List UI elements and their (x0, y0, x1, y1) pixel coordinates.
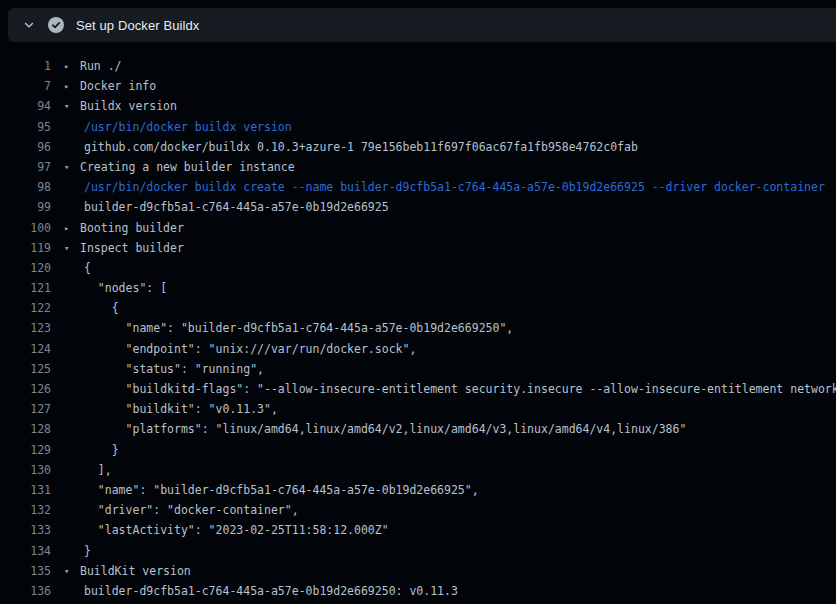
group-title[interactable]: Booting builder (80, 218, 836, 238)
output-text: builder-d9cfb5a1-c764-445a-a57e-0b19d2e6… (80, 581, 836, 601)
log-container: 1▸Run ./7▸Docker info94▾Buildx version95… (0, 56, 836, 601)
log-line: 127 "buildkit": "v0.11.3", (0, 399, 836, 419)
line-number[interactable]: 135 (0, 561, 51, 581)
output-text: "nodes": [ (80, 278, 836, 298)
line-number[interactable]: 123 (0, 318, 51, 338)
log-line: 96github.com/docker/buildx 0.10.3+azure-… (0, 137, 836, 157)
line-number[interactable]: 126 (0, 379, 51, 399)
log-line: 128 "platforms": "linux/amd64,linux/amd6… (0, 419, 836, 439)
log-line: 122 { (0, 298, 836, 318)
arrow-spacer (64, 298, 80, 318)
group-expanded-triangle-icon[interactable]: ▾ (64, 96, 80, 116)
arrow-spacer (64, 339, 80, 359)
group-title[interactable]: Run ./ (80, 56, 836, 76)
line-number[interactable]: 136 (0, 581, 51, 601)
group-collapsed-triangle-icon[interactable]: ▸ (64, 76, 80, 96)
arrow-spacer (64, 258, 80, 278)
group-expanded-triangle-icon[interactable]: ▾ (64, 561, 80, 581)
line-number[interactable]: 121 (0, 278, 51, 298)
arrow-spacer (64, 359, 80, 379)
arrow-spacer (64, 117, 80, 137)
output-text: "status": "running", (80, 359, 836, 379)
chevron-down-icon[interactable] (23, 19, 35, 31)
line-number[interactable]: 132 (0, 500, 51, 520)
group-collapsed-triangle-icon[interactable]: ▸ (64, 218, 80, 238)
output-text: } (80, 440, 836, 460)
line-number[interactable]: 119 (0, 238, 51, 258)
step-header[interactable]: Set up Docker Buildx (8, 8, 836, 42)
line-number[interactable]: 133 (0, 520, 51, 540)
line-number[interactable]: 98 (0, 177, 51, 197)
arrow-spacer (64, 440, 80, 460)
arrow-spacer (64, 278, 80, 298)
output-text: "buildkitd-flags": "--allow-insecure-ent… (80, 379, 836, 399)
arrow-spacer (64, 520, 80, 540)
arrow-spacer (64, 177, 80, 197)
arrow-spacer (64, 137, 80, 157)
group-expanded-triangle-icon[interactable]: ▾ (64, 157, 80, 177)
line-number[interactable]: 129 (0, 440, 51, 460)
output-text: "name": "builder-d9cfb5a1-c764-445a-a57e… (80, 318, 836, 338)
line-number[interactable]: 94 (0, 96, 51, 116)
output-text: } (80, 541, 836, 561)
line-number[interactable]: 1 (0, 56, 51, 76)
line-number[interactable]: 127 (0, 399, 51, 419)
line-number[interactable]: 97 (0, 157, 51, 177)
arrow-spacer (64, 460, 80, 480)
arrow-spacer (64, 379, 80, 399)
arrow-spacer (64, 419, 80, 439)
line-number[interactable]: 95 (0, 117, 51, 137)
command-text: /usr/bin/docker buildx create --name bui… (80, 177, 836, 197)
line-number[interactable]: 100 (0, 218, 51, 238)
log-line: 120{ (0, 258, 836, 278)
group-title[interactable]: Creating a new builder instance (80, 157, 836, 177)
log-line: 125 "status": "running", (0, 359, 836, 379)
log-line: 7▸Docker info (0, 76, 836, 96)
log-line: 94▾Buildx version (0, 96, 836, 116)
output-text: "driver": "docker-container", (80, 500, 836, 520)
group-collapsed-triangle-icon[interactable]: ▸ (64, 56, 80, 76)
log-line: 98/usr/bin/docker buildx create --name b… (0, 177, 836, 197)
line-number[interactable]: 99 (0, 197, 51, 217)
arrow-spacer (64, 541, 80, 561)
group-title[interactable]: Docker info (80, 76, 836, 96)
arrow-spacer (64, 480, 80, 500)
line-number[interactable]: 124 (0, 339, 51, 359)
log-line: 100▸Booting builder (0, 218, 836, 238)
line-number[interactable]: 120 (0, 258, 51, 278)
log-line: 134} (0, 541, 836, 561)
output-text: builder-d9cfb5a1-c764-445a-a57e-0b19d2e6… (80, 197, 836, 217)
output-text: { (80, 298, 836, 318)
line-number[interactable]: 96 (0, 137, 51, 157)
log-line: 129 } (0, 440, 836, 460)
log-line: 1▸Run ./ (0, 56, 836, 76)
output-text: ], (80, 460, 836, 480)
status-check-icon (48, 17, 64, 33)
log-line: 126 "buildkitd-flags": "--allow-insecure… (0, 379, 836, 399)
arrow-spacer (64, 500, 80, 520)
log-line: 97▾Creating a new builder instance (0, 157, 836, 177)
line-number[interactable]: 128 (0, 419, 51, 439)
group-expanded-triangle-icon[interactable]: ▾ (64, 238, 80, 258)
arrow-spacer (64, 581, 80, 601)
line-number[interactable]: 130 (0, 460, 51, 480)
line-number[interactable]: 125 (0, 359, 51, 379)
log-line: 99builder-d9cfb5a1-c764-445a-a57e-0b19d2… (0, 197, 836, 217)
line-number[interactable]: 122 (0, 298, 51, 318)
log-line: 130 ], (0, 460, 836, 480)
group-title[interactable]: Inspect builder (80, 238, 836, 258)
group-title[interactable]: Buildx version (80, 96, 836, 116)
step-title: Set up Docker Buildx (76, 18, 199, 33)
arrow-spacer (64, 318, 80, 338)
output-text: "name": "builder-d9cfb5a1-c764-445a-a57e… (80, 480, 836, 500)
log-line: 133 "lastActivity": "2023-02-25T11:58:12… (0, 520, 836, 540)
line-number[interactable]: 134 (0, 541, 51, 561)
log-line: 124 "endpoint": "unix:///var/run/docker.… (0, 339, 836, 359)
line-number[interactable]: 7 (0, 76, 51, 96)
log-line: 95/usr/bin/docker buildx version (0, 117, 836, 137)
line-number[interactable]: 131 (0, 480, 51, 500)
output-text: "platforms": "linux/amd64,linux/amd64/v2… (80, 419, 836, 439)
log-line: 131 "name": "builder-d9cfb5a1-c764-445a-… (0, 480, 836, 500)
log-line: 121 "nodes": [ (0, 278, 836, 298)
group-title[interactable]: BuildKit version (80, 561, 836, 581)
